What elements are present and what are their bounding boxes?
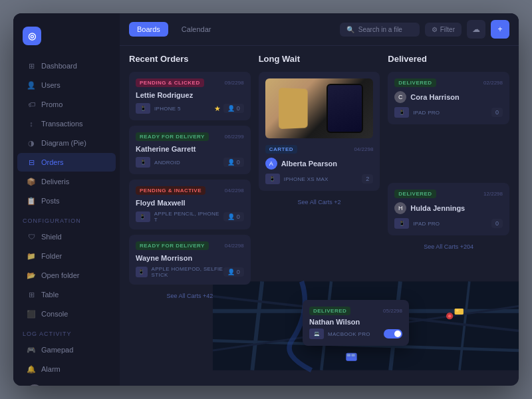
filter-icon: ⚙ <box>432 26 438 33</box>
sidebar-nav: ⊞ Dashboard 👤 Users 🏷 Promo ↕ Transactio… <box>13 56 120 211</box>
app-window: ◎ ⊞ Dashboard 👤 Users 🏷 Promo ↕ Transact… <box>13 13 519 386</box>
product-name: Android <box>154 160 180 166</box>
count-value: 0 <box>237 105 240 112</box>
card-footer: 💻 Macbook Pro <box>388 329 402 339</box>
orders-icon: ⊟ <box>27 158 36 167</box>
count-value: 0 <box>495 109 499 116</box>
toggle-switch[interactable] <box>388 329 402 338</box>
see-all-delivered[interactable]: See All Carts +204 <box>388 241 509 253</box>
sidebar-item-users[interactable]: 👤 Users <box>17 76 116 94</box>
sidebar-item-gamepad[interactable]: 🎮 Gamepad <box>17 340 116 359</box>
card-product: 📱 iPhone 5 <box>136 103 181 114</box>
card-product: 📱 Apple Pencil, iPhone T <box>136 211 223 223</box>
sidebar-item-label: Folder <box>41 252 62 260</box>
sidebar-item-orders[interactable]: ⊟ Orders <box>17 153 116 172</box>
person-icon: 👤 <box>227 159 235 166</box>
card-footer: 📱 Android 👤 0 <box>136 157 244 168</box>
count-value: 0 <box>237 159 240 166</box>
sidebar-item-label: Users <box>41 81 61 89</box>
card-date: 06/2299 <box>225 134 244 140</box>
status-badge: Pending & Inactive <box>136 186 205 195</box>
status-badge: Delivered <box>394 78 436 87</box>
count-badge: 👤 0 <box>223 267 244 277</box>
avatar: U <box>27 384 43 386</box>
sidebar-item-dashboard[interactable]: ⊞ Dashboard <box>17 57 116 75</box>
card-name: Hulda Jennings <box>410 204 465 212</box>
person-icon: 👤 <box>227 105 235 112</box>
sidebar-item-table[interactable]: ⊞ Table <box>17 285 116 304</box>
card-body: H Hulda Jennings <box>394 202 503 214</box>
card-product: 📱 iPad Pro <box>394 107 440 118</box>
count-badge: 0 <box>491 108 503 117</box>
deliveris-icon: 📦 <box>27 177 36 186</box>
sidebar-item-folder[interactable]: 📁 Folder <box>17 247 116 265</box>
sidebar-item-label: Orders <box>41 158 64 166</box>
count-badge: 👤 0 <box>223 158 244 167</box>
card-name: Lettie Rodriguez <box>136 91 244 99</box>
cloud-button[interactable]: ☁ <box>467 20 485 39</box>
product-thumb: 📱 <box>394 218 409 229</box>
card-name: Cora Harrison <box>410 93 459 101</box>
sidebar-item-label: Table <box>41 291 59 299</box>
sidebar-item-shield[interactable]: 🛡 Shield <box>17 227 116 246</box>
product-name: iPhone 5 <box>154 106 181 112</box>
person-icon: 👤 <box>227 269 235 275</box>
sidebar-item-console[interactable]: ⬛ Console <box>17 305 116 323</box>
card-date: 04/2298 <box>354 146 373 152</box>
sidebar-item-posts[interactable]: 📋 Posts <box>17 192 116 210</box>
see-all-longwait[interactable]: See All Carts +2 <box>259 196 380 208</box>
count-value: 0 <box>495 220 499 227</box>
sidebar-config: 🛡 Shield 📁 Folder 📂 Open folder ⊞ Table … <box>13 227 120 324</box>
sidebar-item-open-folder[interactable]: 📂 Open folder <box>17 266 116 285</box>
sidebar-item-label: Alarm <box>41 365 61 373</box>
table-icon: ⊞ <box>27 290 36 299</box>
card-product: 📱 Apple Homepod, Selfie Stick <box>136 266 223 278</box>
product-thumb: 📱 <box>394 107 409 118</box>
tab-calendar[interactable]: Calendar <box>174 22 219 37</box>
sidebar-item-deliveris[interactable]: 📦 Deliveris <box>17 172 116 191</box>
product-thumb: 📱 <box>136 211 150 222</box>
column-recent-orders: Recent Orders Pending & Clicked 09/2298 … <box>129 54 251 378</box>
filter-button[interactable]: ⚙ Filter <box>425 23 462 37</box>
column-delivered: Delivered Delivered 02/2298 C Cora Harri… <box>388 54 509 378</box>
card-footer: 📱 iPad Pro 0 <box>394 218 503 229</box>
count-badge: 2 <box>362 174 373 184</box>
product-name: iPad Pro <box>413 221 440 227</box>
filter-label: Filter <box>440 26 455 33</box>
cloud-icon: ☁ <box>472 25 480 34</box>
posts-icon: 📋 <box>27 196 36 205</box>
card-header: Ready for Delivery 04/2298 <box>136 241 244 250</box>
card-footer: 📱 Apple Pencil, iPhone T 👤 0 <box>136 211 244 223</box>
sidebar-item-diagram[interactable]: ◑ Diagram (Pie) <box>17 134 116 152</box>
gamepad-icon: 🎮 <box>27 345 36 354</box>
sidebar-item-label: Dashboard <box>41 62 77 70</box>
add-button[interactable]: + <box>491 20 509 39</box>
folder-icon: 📁 <box>27 251 36 261</box>
product-thumb: 📱 <box>136 103 150 114</box>
card-katherine: Ready for Delivery 06/2299 Katherine Gar… <box>129 126 251 174</box>
product-name: Apple Homepod, Selfie Stick <box>152 266 223 278</box>
card-footer: 📱 iPhone 5 ★ 👤 0 <box>136 103 244 114</box>
sidebar-item-alarm[interactable]: 🔔 Alarm <box>17 360 116 378</box>
card-name: Alberta Pearson <box>281 160 337 168</box>
logo-icon: ◎ <box>23 27 41 45</box>
status-badge: Ready for Delivery <box>136 132 209 141</box>
sidebar-item-user-avatar[interactable]: U <box>17 380 116 386</box>
log-section-label: Log Activity <box>13 324 120 340</box>
tab-boards[interactable]: Boards <box>129 22 168 37</box>
avatar-circle: C <box>394 91 406 103</box>
diagram-icon: ◑ <box>27 138 36 148</box>
card-name: Nathan Wilson <box>388 318 402 326</box>
sidebar-item-label: Promo <box>41 100 63 108</box>
sidebar-item-promo[interactable]: 🏷 Promo <box>17 95 116 114</box>
phone-gold <box>279 88 308 129</box>
alarm-icon: 🔔 <box>27 364 36 374</box>
count-value: 2 <box>366 176 369 182</box>
search-box[interactable]: 🔍 Search in a file <box>340 23 420 37</box>
sidebar-bottom: U <box>13 379 120 386</box>
see-all-recent[interactable]: See All Carts +42 <box>129 290 251 302</box>
count-value: 0 <box>237 269 240 275</box>
sidebar-item-transactions[interactable]: ↕ Transactions <box>17 114 116 133</box>
sidebar-item-label: Diagram (Pie) <box>41 139 86 147</box>
count-value: 0 <box>237 213 240 220</box>
